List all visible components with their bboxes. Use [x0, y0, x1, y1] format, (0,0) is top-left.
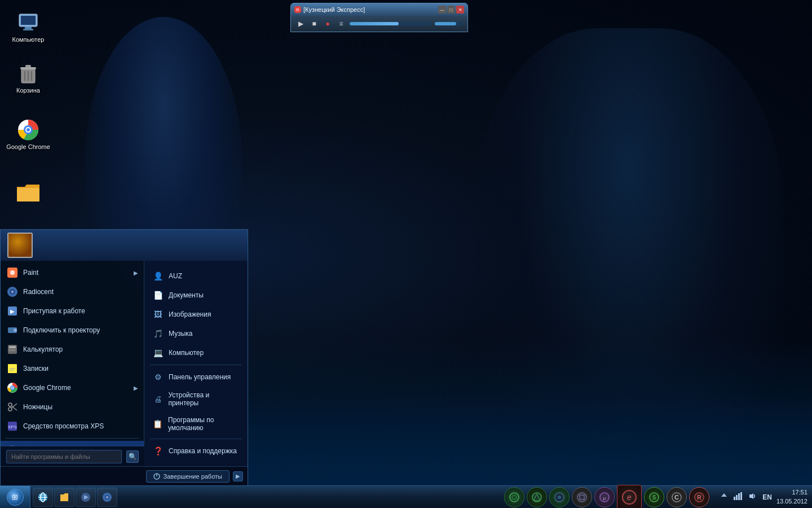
dock-icon-e[interactable]: e [617, 485, 642, 509]
media-stop-button[interactable]: ■ [309, 19, 319, 29]
sm-right-music[interactable]: 🎵 Музыка [144, 324, 248, 343]
tray-language[interactable]: EN [760, 493, 774, 501]
sm-item-scissors-label: Ножницы [23, 403, 52, 411]
start-menu-right-panel: 👤 AUZ 📄 Документы 🖼 Изображения 🎵 Музыка [144, 261, 248, 466]
sm-right-defaults-label: Программы по умолчанию [168, 416, 239, 432]
sm-right-devices[interactable]: 🖨 Устройства и принтеры [144, 387, 248, 411]
svg-point-64 [558, 496, 561, 499]
svg-text:C: C [674, 494, 679, 501]
media-play-button[interactable]: ▶ [295, 19, 306, 29]
shutdown-button[interactable]: Завершение работы [146, 470, 230, 483]
sm-search-area: 🔍 [1, 446, 144, 466]
tray-clock[interactable]: 17:51 13.05.2012 [776, 488, 807, 506]
sm-item-projector[interactable]: Подключить к проектору [1, 321, 144, 340]
start-menu-header [1, 230, 248, 261]
tray-date-text: 13.05.2012 [776, 497, 807, 506]
xps-icon: XPS [6, 420, 19, 432]
start-button[interactable]: ⊞ [0, 486, 30, 509]
svg-rect-3 [23, 29, 33, 30]
sm-right-auz[interactable]: 👤 AUZ [144, 266, 248, 286]
dock-icon-e-img: e [621, 489, 637, 505]
user-avatar[interactable] [7, 233, 33, 258]
desktop-icon-folder[interactable] [6, 181, 51, 205]
sm-item-getstarted-label: Приступая к работе [23, 307, 85, 315]
media-player-body: ▶ ■ ● ≡ [291, 16, 467, 32]
svg-rect-14 [17, 188, 39, 202]
music-icon: 🎵 [153, 329, 163, 339]
dock-icon-c[interactable]: C [667, 487, 687, 507]
taskbar-item-ie[interactable] [33, 488, 53, 507]
desktop-icon-computer[interactable]: Компьютер [6, 11, 51, 43]
shutdown-arrow-button[interactable]: ▶ [233, 471, 243, 481]
svg-rect-81 [740, 492, 742, 500]
dock-icon-r[interactable]: R [689, 487, 709, 507]
sm-item-xps[interactable]: XPS Средство просмотра XPS [1, 417, 144, 436]
tray-notification-icon[interactable] [718, 491, 730, 503]
media-eq-button[interactable]: ≡ [336, 19, 346, 29]
media-player-maximize-button[interactable]: □ [447, 6, 455, 14]
tray-network-icon[interactable] [732, 491, 744, 503]
sm-item-getstarted[interactable]: ▶ Приступая к работе [1, 301, 144, 321]
sm-item-radiocent[interactable]: Radiocent [1, 282, 144, 301]
dock-icon-1[interactable] [504, 487, 524, 507]
dock-icon-s[interactable]: S [644, 487, 664, 507]
media-player-logo-icon: R [294, 6, 301, 13]
taskbar-item-radiocent[interactable] [97, 488, 117, 507]
svg-rect-2 [25, 27, 32, 29]
dock-icon-2[interactable] [527, 487, 547, 507]
desktop-icon-chrome[interactable]: Google Chrome [6, 119, 51, 150]
bg-glow-bottom2 [226, 339, 812, 508]
svg-marker-82 [749, 493, 753, 499]
desktop: Компьютер Корзина [0, 0, 812, 508]
sm-item-calc[interactable]: Калькулятор [1, 340, 144, 359]
media-player-minimize-button[interactable]: — [438, 6, 446, 14]
sm-item-paint[interactable]: Paint ▶ [1, 263, 144, 282]
desktop-icon-trash[interactable]: Корзина [6, 62, 51, 94]
dock-icon-3[interactable] [549, 487, 570, 507]
taskbar-item-mediaplayer[interactable] [76, 488, 96, 507]
sm-item-scissors[interactable]: Ножницы [1, 397, 144, 417]
svg-point-65 [577, 493, 586, 502]
search-button[interactable]: 🔍 [126, 450, 139, 463]
svg-rect-28 [14, 349, 15, 351]
sm-right-help[interactable]: ❓ Справка и поддержка [144, 441, 248, 461]
media-progress-bar[interactable] [350, 22, 431, 25]
control-panel-icon: ⚙ [153, 372, 163, 382]
sm-right-control[interactable]: ⚙ Панель управления [144, 367, 248, 387]
sm-item-calc-label: Калькулятор [23, 345, 63, 353]
tray-volume-icon[interactable] [747, 491, 758, 503]
svg-text:μ: μ [603, 496, 606, 501]
sm-right-images-label: Изображения [169, 310, 211, 318]
trash-icon [17, 62, 39, 85]
calc-icon [6, 343, 19, 356]
getstarted-icon: ▶ [6, 305, 19, 317]
sm-right-docs[interactable]: 📄 Документы [144, 286, 248, 305]
sm-right-defaults[interactable]: 📋 Программы по умолчанию [144, 411, 248, 436]
taskbar-item-explorer[interactable] [54, 488, 74, 507]
taskbar: ⊞ [0, 485, 812, 508]
documents-icon: 📄 [153, 290, 163, 300]
svg-marker-77 [721, 493, 727, 497]
sm-chrome-icon [6, 382, 19, 394]
start-menu-programs-panel: Paint ▶ Radiocent [1, 261, 144, 466]
dock-icon-4[interactable] [572, 487, 592, 507]
media-volume-bar[interactable] [435, 22, 463, 25]
svg-point-19 [11, 291, 14, 293]
scissors-icon [6, 401, 19, 413]
sm-right-images[interactable]: 🖼 Изображения [144, 305, 248, 324]
media-record-button[interactable]: ● [323, 19, 333, 29]
taskbar-dock: μ e S C [500, 485, 714, 509]
sm-item-notes[interactable]: Записки [1, 359, 144, 378]
dock-icon-s-img: S [648, 492, 660, 503]
media-player-close-button[interactable]: ✕ [456, 6, 464, 14]
search-input[interactable] [6, 450, 122, 463]
svg-rect-1 [21, 16, 36, 25]
svg-point-59 [510, 493, 519, 502]
start-menu-shutdown-bar: Завершение работы ▶ [1, 466, 248, 485]
sm-right-computer[interactable]: 💻 Компьютер [144, 343, 248, 362]
sm-item-chrome[interactable]: Google Chrome ▶ [1, 378, 144, 397]
sm-right-control-label: Панель управления [169, 373, 231, 381]
ie-icon [38, 492, 48, 502]
dock-icon-5[interactable]: μ [594, 487, 615, 507]
system-tray: EN 17:51 13.05.2012 [714, 486, 812, 508]
